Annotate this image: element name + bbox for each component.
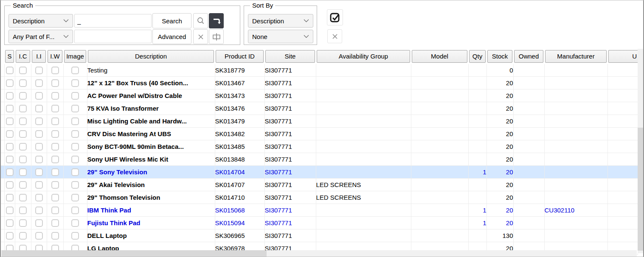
horizontal-scrollbar-thumb[interactable] xyxy=(2,250,267,257)
search-match-dropdown[interactable]: Any Part of F... xyxy=(8,30,73,43)
vertical-scrollbar[interactable] xyxy=(638,49,644,253)
checkbox-s[interactable] xyxy=(6,156,14,163)
checkbox-ic[interactable] xyxy=(19,219,27,227)
checkbox-image[interactable] xyxy=(71,105,79,112)
checkbox-ic[interactable] xyxy=(19,79,27,87)
apply-search-button[interactable] xyxy=(209,13,224,28)
checkbox-image[interactable] xyxy=(71,130,79,138)
checkbox-ic[interactable] xyxy=(19,181,27,189)
checkbox-s[interactable] xyxy=(6,194,14,201)
column-header-qty[interactable]: Qty xyxy=(468,49,487,64)
checkbox-ii[interactable] xyxy=(35,79,43,87)
checkbox-ic[interactable] xyxy=(19,232,27,240)
checkbox-s[interactable] xyxy=(6,219,14,227)
checkbox-s[interactable] xyxy=(6,232,14,240)
checkbox-s[interactable] xyxy=(6,168,14,176)
checkbox-ii[interactable] xyxy=(35,156,43,163)
column-header-model[interactable]: Model xyxy=(411,49,468,64)
table-row[interactable]: IBM Think PadSK015068SI307771120CU302110 xyxy=(1,204,638,217)
table-row[interactable]: Misc Lighting Cable and Hardw...SK013479… xyxy=(1,115,638,128)
checkbox-ic[interactable] xyxy=(19,168,27,176)
checkbox-ii[interactable] xyxy=(35,92,43,100)
checkbox-s[interactable] xyxy=(6,79,14,87)
checkbox-ii[interactable] xyxy=(35,207,43,214)
checkbox-image[interactable] xyxy=(71,219,79,227)
table-row[interactable]: 29" Thomson TelevisionSK014710SI307771LE… xyxy=(1,191,638,204)
table-row[interactable]: AC Power Panel w/Distro CableSK013473SI3… xyxy=(1,89,638,102)
checkbox-ic[interactable] xyxy=(19,156,27,163)
checkbox-s[interactable] xyxy=(6,143,14,151)
sort-primary-dropdown[interactable]: Description xyxy=(248,14,313,28)
checkbox-iw[interactable] xyxy=(51,232,59,240)
checkbox-ii[interactable] xyxy=(35,143,43,151)
search-input[interactable] xyxy=(74,14,152,28)
checkbox-s[interactable] xyxy=(6,92,14,100)
checkbox-iw[interactable] xyxy=(51,181,59,189)
checkbox-ic[interactable] xyxy=(19,92,27,100)
checkbox-image[interactable] xyxy=(71,79,79,87)
checkbox-image[interactable] xyxy=(71,67,79,74)
checkbox-iw[interactable] xyxy=(51,130,59,138)
table-row[interactable]: Sony UHF Wireless Mic KitSK013848SI30777… xyxy=(1,153,638,166)
checkbox-ic[interactable] xyxy=(19,67,27,74)
checkbox-image[interactable] xyxy=(71,194,79,201)
column-header-u[interactable]: U xyxy=(607,49,638,64)
table-row[interactable]: DELL LaptopSK306965SI307771130 xyxy=(1,229,638,242)
checkbox-iw[interactable] xyxy=(51,105,59,112)
search-field-dropdown[interactable]: Description xyxy=(8,14,73,28)
table-row[interactable]: 29" Sony TelevisionSK014704SI307771120 xyxy=(1,166,638,179)
checkbox-s[interactable] xyxy=(6,130,14,138)
checkbox-iw[interactable] xyxy=(51,92,59,100)
column-header-ii[interactable]: I.I xyxy=(31,49,47,64)
checkbox-iw[interactable] xyxy=(51,156,59,163)
checkbox-image[interactable] xyxy=(71,168,79,176)
table-row[interactable]: 12" x 12" Box Truss (40 Section...SK0134… xyxy=(1,77,638,89)
checkbox-iw[interactable] xyxy=(51,207,59,214)
checkbox-ic[interactable] xyxy=(19,143,27,151)
clear-search-button[interactable] xyxy=(193,29,208,44)
advanced-button[interactable]: Advanced xyxy=(152,29,191,44)
checkbox-ic[interactable] xyxy=(19,117,27,125)
checkbox-image[interactable] xyxy=(71,232,79,240)
column-header-s[interactable]: S xyxy=(4,49,15,64)
column-header-image[interactable]: Image xyxy=(63,49,87,64)
checkbox-ii[interactable] xyxy=(35,168,43,176)
checkbox-image[interactable] xyxy=(71,143,79,151)
checkbox-image[interactable] xyxy=(71,117,79,125)
table-row[interactable]: Sony BCT-90ML 90min Betaca...SK013485SI3… xyxy=(1,140,638,153)
sort-secondary-dropdown[interactable]: None xyxy=(248,30,313,43)
checkbox-image[interactable] xyxy=(71,92,79,100)
checkbox-ic[interactable] xyxy=(19,105,27,112)
column-header-owned[interactable]: Owned xyxy=(513,49,544,64)
search-input-secondary[interactable] xyxy=(74,30,152,43)
checkbox-iw[interactable] xyxy=(51,219,59,227)
checkbox-image[interactable] xyxy=(71,156,79,163)
checkbox-image[interactable] xyxy=(71,181,79,189)
column-header-availabilitygroup[interactable]: Availability Group xyxy=(316,49,411,64)
checkbox-ic[interactable] xyxy=(19,130,27,138)
search-button[interactable]: Search xyxy=(152,13,191,28)
select-all-button[interactable] xyxy=(327,9,343,25)
table-row[interactable]: 29" Akai TelevisionSK014707SI307771LED S… xyxy=(1,179,638,191)
column-header-productid[interactable]: Product ID xyxy=(215,49,264,64)
checkbox-ii[interactable] xyxy=(35,117,43,125)
checkbox-ii[interactable] xyxy=(35,232,43,240)
column-header-manufacturer[interactable]: Manufacturer xyxy=(544,49,607,64)
checkbox-s[interactable] xyxy=(6,117,14,125)
search-icon-button[interactable] xyxy=(193,13,208,28)
table-row[interactable]: CRV Disc Mastering At UBSSK013482SI30777… xyxy=(1,128,638,140)
column-header-ic[interactable]: I.C xyxy=(15,49,31,64)
checkbox-s[interactable] xyxy=(6,105,14,112)
vertical-scrollbar-thumb[interactable] xyxy=(638,128,644,251)
checkbox-iw[interactable] xyxy=(51,194,59,201)
table-row[interactable]: Fujistu Think PadSK015094SI307771120 xyxy=(1,217,638,229)
checkbox-ii[interactable] xyxy=(35,219,43,227)
checkbox-ii[interactable] xyxy=(35,67,43,74)
horizontal-scrollbar[interactable] xyxy=(1,250,637,257)
checkbox-s[interactable] xyxy=(6,207,14,214)
checkbox-s[interactable] xyxy=(6,67,14,74)
field-compare-button[interactable] xyxy=(209,29,224,44)
checkbox-iw[interactable] xyxy=(51,79,59,87)
column-header-stock[interactable]: Stock xyxy=(487,49,513,64)
column-header-description[interactable]: Description xyxy=(87,49,215,64)
